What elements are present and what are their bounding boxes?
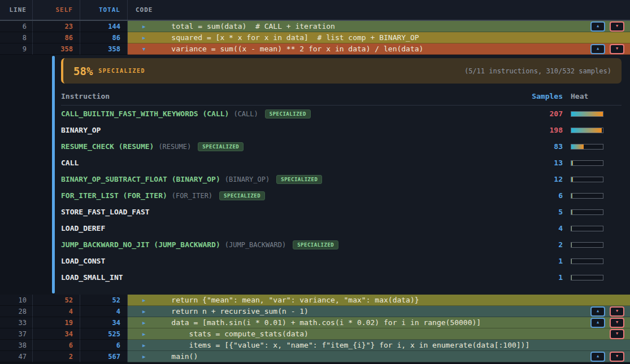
expand-expander-icon[interactable]: ▶ xyxy=(142,331,154,337)
code-cell[interactable]: ▼ variance = sum((x - mean) ** 2 for x i… xyxy=(128,43,630,55)
specialized-badge: SPECIALIZED xyxy=(219,191,265,200)
nav-up-button[interactable]: ▲ xyxy=(590,306,605,317)
samples-count: 6 xyxy=(495,191,563,200)
samples-count: 1 xyxy=(495,273,563,282)
instruction-base-name: (CALL) xyxy=(233,110,258,118)
heat-bar-fill xyxy=(571,128,602,133)
instruction-table-header: Instruction Samples Heat xyxy=(61,87,622,106)
nav-down-button[interactable]: ▼ xyxy=(610,21,624,32)
expand-expander-icon[interactable]: ▶ xyxy=(142,354,154,359)
instruction-row: LOAD_DEREF4 xyxy=(61,220,622,236)
instruction-base-name: (JUMP_BACKWARD) xyxy=(225,241,286,249)
nav-up-button[interactable]: ▲ xyxy=(590,44,605,54)
instruction-row: CALL13 xyxy=(61,155,622,171)
expand-expander-icon[interactable]: ▶ xyxy=(142,35,154,41)
heat-bar xyxy=(571,209,603,215)
nav-up-button[interactable]: ▲ xyxy=(590,352,605,362)
nav-down-button[interactable]: ▼ xyxy=(610,44,624,54)
total-samples: 144 xyxy=(80,21,128,32)
instruction-name: LOAD_DEREF xyxy=(61,224,105,233)
heat-bar xyxy=(571,275,603,280)
total-samples: 52 xyxy=(80,295,128,306)
self-samples: 86 xyxy=(33,32,80,43)
profiler-window: LINE SELF TOTAL CODE 623144▶ total = sum… xyxy=(0,0,630,364)
instruction-name-cell: BINARY_OP_SUBTRACT_FLOAT (BINARY_OP)(BIN… xyxy=(61,175,495,184)
code-row: 623144▶ total = sum(data) # CALL + itera… xyxy=(0,21,630,32)
code-row: 9358358▼ variance = sum((x - mean) ** 2 … xyxy=(0,43,630,55)
heat-bar-fill xyxy=(571,259,572,264)
instruction-base-name: (FOR_ITER) xyxy=(172,192,212,200)
expand-expander-icon[interactable]: ▶ xyxy=(142,309,154,314)
nav-down-button[interactable]: ▼ xyxy=(610,352,624,362)
nav-up-button[interactable]: ▲ xyxy=(590,21,605,32)
code-cell[interactable]: ▶ stats = compute_stats(data)▼ xyxy=(128,328,630,340)
samples-count: 4 xyxy=(495,224,563,233)
instruction-name: STORE_FAST_LOAD_FAST xyxy=(61,208,150,216)
self-samples: 23 xyxy=(33,21,80,32)
heat-bar-fill xyxy=(571,243,572,247)
arrow-down-icon: ▼ xyxy=(616,354,618,358)
arrow-down-icon: ▼ xyxy=(616,47,618,51)
code-text: items = [{"value": x, "name": f"item_{i}… xyxy=(154,341,529,349)
header-samples[interactable]: Samples xyxy=(495,92,563,100)
instruction-row: STORE_FAST_LOAD_FAST5 xyxy=(61,204,622,220)
total-samples: 86 xyxy=(80,32,128,43)
column-header-code: CODE xyxy=(128,0,630,20)
code-text: return n + recursive_sum(n - 1) xyxy=(154,307,309,315)
column-header-total: TOTAL xyxy=(80,0,128,20)
row-nav-buttons: ▲▼ xyxy=(590,318,624,328)
code-row: 2844▶ return n + recursive_sum(n - 1)▲▼ xyxy=(0,306,630,317)
collapse-expander-icon[interactable]: ▼ xyxy=(142,46,154,52)
line-number: 8 xyxy=(0,32,33,43)
specialized-badge: SPECIALIZED xyxy=(198,142,244,151)
code-cell[interactable]: ▶ return {"mean": mean, "var": variance,… xyxy=(128,295,630,306)
line-number: 9 xyxy=(0,43,33,55)
instruction-row: LOAD_CONST1 xyxy=(61,253,622,269)
expand-expander-icon[interactable]: ▶ xyxy=(142,343,154,348)
instruction-name: FOR_ITER_LIST (FOR_ITER) xyxy=(61,191,167,200)
heat-bar xyxy=(571,111,603,117)
specialized-badge: SPECIALIZED xyxy=(276,175,322,184)
header-heat: Heat xyxy=(571,92,603,100)
code-text: main() xyxy=(154,352,198,361)
nav-up-button[interactable]: ▲ xyxy=(590,318,605,328)
table-header: LINE SELF TOTAL CODE xyxy=(0,0,630,21)
instruction-name-cell: CALL xyxy=(61,159,495,167)
heat-bar xyxy=(571,160,603,166)
code-text: data = [math.sin(i * 0.01) + math.cos(i … xyxy=(154,318,481,327)
instruction-row: LOAD_SMALL_INT1 xyxy=(61,269,622,286)
expand-expander-icon[interactable]: ▶ xyxy=(142,297,154,303)
arrow-up-icon: ▲ xyxy=(597,24,599,28)
arrow-down-icon: ▼ xyxy=(616,309,618,313)
instruction-name-cell: CALL_BUILTIN_FAST_WITH_KEYWORDS (CALL)(C… xyxy=(61,109,495,119)
code-row: 3734525▶ stats = compute_stats(data)▼ xyxy=(0,328,630,340)
code-cell[interactable]: ▶ main()▲▼ xyxy=(128,351,630,362)
nav-down-button[interactable]: ▼ xyxy=(610,318,624,328)
total-samples: 34 xyxy=(80,317,128,328)
arrow-up-icon: ▲ xyxy=(597,309,599,313)
code-cell[interactable]: ▶ data = [math.sin(i * 0.01) + math.cos(… xyxy=(128,317,630,328)
instruction-name: BINARY_OP xyxy=(61,126,101,134)
arrow-up-icon: ▲ xyxy=(597,321,599,324)
instruction-rows: CALL_BUILTIN_FAST_WITH_KEYWORDS (CALL)(C… xyxy=(61,106,622,286)
heat-bar-fill xyxy=(571,226,572,231)
instruction-name-cell: STORE_FAST_LOAD_FAST xyxy=(61,208,495,216)
nav-down-button[interactable]: ▼ xyxy=(610,329,624,339)
heat-bar-fill xyxy=(571,144,584,149)
nav-down-button[interactable]: ▼ xyxy=(610,306,624,317)
code-cell[interactable]: ▶ squared = [x * x for x in data] # list… xyxy=(128,32,630,43)
expand-expander-icon[interactable]: ▶ xyxy=(142,24,154,29)
code-cell[interactable]: ▶ total = sum(data) # CALL + iteration▲▼ xyxy=(128,21,630,32)
samples-count: 83 xyxy=(495,142,563,151)
self-samples: 358 xyxy=(33,43,80,55)
total-samples: 358 xyxy=(80,43,128,55)
code-cell[interactable]: ▶ return n + recursive_sum(n - 1)▲▼ xyxy=(128,306,630,317)
heat-bar-fill xyxy=(571,112,603,116)
code-row: 331934▶ data = [math.sin(i * 0.01) + mat… xyxy=(0,317,630,328)
expand-expander-icon[interactable]: ▶ xyxy=(142,320,154,326)
instruction-name: JUMP_BACKWARD_NO_JIT (JUMP_BACKWARD) xyxy=(61,240,220,249)
code-cell[interactable]: ▶ items = [{"value": x, "name": f"item_{… xyxy=(128,340,630,351)
arrow-down-icon: ▼ xyxy=(616,321,618,324)
line-number: 33 xyxy=(0,317,33,328)
arrow-up-icon: ▲ xyxy=(597,354,599,358)
